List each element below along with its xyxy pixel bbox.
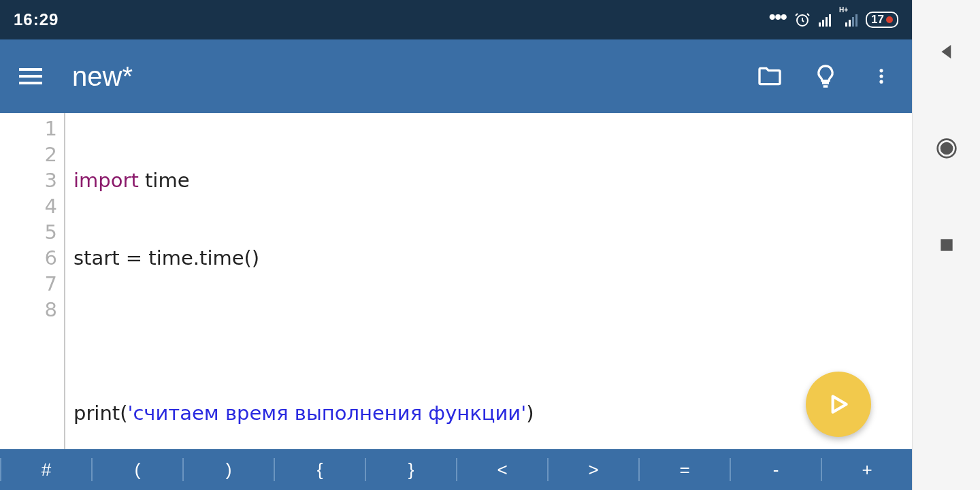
- line-number: 3: [0, 167, 57, 193]
- tok: ): [526, 402, 534, 425]
- sym-key[interactable]: (: [93, 459, 182, 480]
- alarm-icon: [794, 12, 811, 28]
- line-number: 8: [0, 297, 57, 323]
- sym-key[interactable]: }: [366, 459, 456, 480]
- signal2-icon: [845, 13, 858, 27]
- status-bar: 16:29 ••• H+ 17: [0, 0, 912, 39]
- line-gutter: 1 2 3 4 5 6 7 8: [0, 113, 65, 449]
- status-icons: ••• H+ 17: [769, 12, 899, 28]
- line-number: 2: [0, 142, 57, 167]
- line-number: 5: [0, 219, 57, 245]
- sym-key[interactable]: =: [640, 459, 730, 480]
- sym-key[interactable]: {: [275, 459, 365, 480]
- sym-key[interactable]: -: [731, 459, 821, 480]
- svg-point-7: [941, 143, 952, 154]
- tok: time: [139, 169, 190, 192]
- line-number: 4: [0, 193, 57, 219]
- signal-icon: [819, 13, 831, 27]
- svg-point-3: [879, 80, 883, 84]
- overflow-menu-icon[interactable]: [867, 62, 896, 91]
- tok-keyword: import: [74, 169, 139, 192]
- svg-point-2: [879, 74, 883, 78]
- svg-rect-8: [941, 239, 952, 250]
- svg-marker-5: [941, 45, 951, 59]
- sym-key[interactable]: >: [549, 459, 638, 480]
- sym-key[interactable]: #: [1, 459, 91, 480]
- tok: start = time.time(): [74, 246, 259, 270]
- sym-key[interactable]: <: [457, 459, 547, 480]
- svg-point-1: [879, 69, 883, 72]
- tok: print(: [74, 402, 127, 425]
- line-number: 6: [0, 245, 57, 271]
- run-button[interactable]: [806, 372, 871, 437]
- folder-icon[interactable]: [755, 62, 784, 91]
- lightbulb-icon[interactable]: [811, 62, 840, 91]
- menu-icon[interactable]: [16, 62, 45, 91]
- nav-back-icon[interactable]: [936, 41, 958, 63]
- status-time: 16:29: [14, 10, 59, 29]
- network-type: H+: [839, 6, 848, 14]
- sym-key[interactable]: +: [822, 459, 912, 480]
- code-content[interactable]: import time start = time.time() print('с…: [65, 113, 691, 449]
- sym-key[interactable]: ): [184, 459, 274, 480]
- line-number: 1: [0, 116, 57, 142]
- app-bar: new*: [0, 39, 912, 113]
- file-title: new*: [72, 61, 728, 92]
- svg-marker-4: [833, 396, 847, 412]
- code-editor[interactable]: 1 2 3 4 5 6 7 8 import time start = time…: [0, 113, 912, 449]
- tok-string: 'считаем время выполнения функции': [127, 402, 526, 425]
- system-nav-bar: [912, 0, 980, 490]
- battery-pct: 17: [871, 13, 884, 27]
- line-number: 7: [0, 271, 57, 297]
- nav-home-icon[interactable]: [936, 137, 958, 159]
- battery-indicator: 17: [866, 12, 898, 28]
- symbol-bar: # ( ) { } < > = - +: [0, 449, 912, 490]
- nav-recent-icon[interactable]: [936, 234, 958, 256]
